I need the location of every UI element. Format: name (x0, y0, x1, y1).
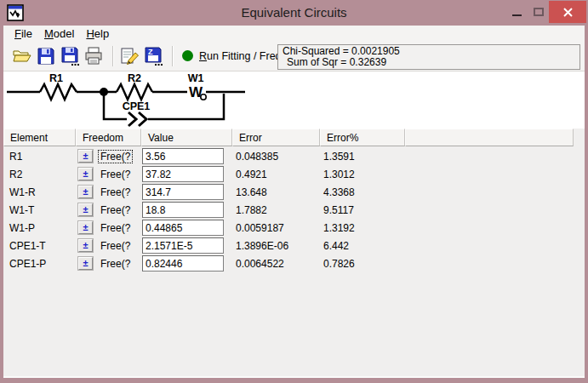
error-value: 13.648 (232, 183, 320, 201)
table-row-r1: R1±Free(?0.0483851.3591 (3, 147, 585, 165)
table-row-w1-t: W1-T±Free(?1.78829.5117 (3, 201, 585, 219)
error-pct-value: 1.3012 (320, 165, 405, 183)
error-pct-value: 4.3368 (320, 183, 405, 201)
menu-bar: FileModelHelp (3, 26, 585, 41)
fit-stats-panel: Chi-Squared = 0.0021905 Sum of Sqr = 0.3… (277, 44, 580, 70)
edit-model-icon (119, 46, 140, 66)
freedom-toggle-button[interactable]: ± (78, 257, 93, 270)
cpe-symbol (128, 112, 146, 126)
menu-item-model[interactable]: Model (38, 27, 80, 40)
close-button[interactable] (549, 1, 586, 23)
element-name: CPE1-T (3, 237, 76, 254)
error-pct-value: 6.442 (320, 237, 405, 254)
label-r1: R1 (49, 72, 63, 84)
save-z-icon: Z (143, 46, 163, 66)
table-row-cpe1-t: CPE1-T±Free(?1.3896E-066.442 (3, 237, 585, 254)
error-value: 0.0064522 (232, 254, 320, 272)
minimize-button[interactable] (505, 0, 528, 23)
freedom-toggle-button[interactable]: ± (78, 239, 93, 252)
open-file-icon (12, 46, 32, 66)
circuit-diagram: W R1 R2 W1 CPE1 (3, 71, 585, 129)
window-title: Equivalent Circuits (0, 5, 588, 20)
freedom-value[interactable]: Free(? (99, 258, 132, 270)
table-header: ElementFreedomValueErrorError% (3, 129, 585, 146)
table-body: R1±Free(?0.0483851.3591R2±Free(?0.49211.… (3, 147, 585, 272)
error-pct-value: 0.7826 (320, 254, 405, 272)
label-r2: R2 (128, 72, 141, 84)
column-header-value[interactable]: Value (141, 129, 232, 146)
error-value: 1.3896E-06 (232, 237, 320, 254)
toolbar-separator (172, 46, 174, 66)
error-pct-value: 1.3192 (320, 219, 405, 237)
freedom-toggle-button[interactable]: ± (78, 221, 93, 234)
label-w1: W1 (188, 72, 204, 84)
window-content: FileModelHelp (3, 26, 585, 376)
print-icon (83, 46, 104, 66)
table-row-r2: R2±Free(?0.49211.3012 (3, 165, 585, 183)
save-as-icon (60, 46, 80, 66)
maximize-button[interactable] (528, 0, 550, 23)
element-name: R1 (3, 147, 76, 165)
freedom-value[interactable]: Free(? (99, 186, 132, 198)
svg-text:Z: Z (148, 47, 153, 55)
error-value: 0.048385 (232, 147, 320, 165)
freedom-toggle-button[interactable]: ± (78, 168, 93, 180)
save-button[interactable] (36, 46, 56, 66)
toolbar-separator (112, 46, 114, 66)
value-input[interactable] (142, 166, 224, 182)
error-value: 0.0059187 (232, 219, 320, 237)
column-header-errorpct[interactable]: Error% (320, 129, 405, 146)
element-name: CPE1-P (3, 254, 76, 272)
circuit-canvas[interactable]: W R1 R2 W1 CPE1 (3, 71, 585, 129)
column-header-freedom[interactable]: Freedom (76, 129, 141, 146)
freedom-toggle-button[interactable]: ± (78, 150, 93, 163)
freedom-value[interactable]: Free(? (99, 204, 132, 216)
value-input[interactable] (142, 220, 224, 236)
freedom-value[interactable]: Free(? (99, 169, 132, 180)
save-icon (36, 46, 56, 66)
value-input[interactable] (142, 237, 224, 254)
sum-of-sqr-text: Sum of Sqr = 0.32639 (283, 57, 579, 68)
table-row-w1-r: W1-R±Free(?13.6484.3368 (3, 183, 585, 201)
resistor-r2 (117, 84, 152, 100)
error-value: 0.4921 (232, 165, 320, 183)
value-input[interactable] (142, 202, 224, 218)
table-row-cpe1-p: CPE1-P±Free(?0.00645220.7826 (3, 254, 585, 272)
run-status-icon (182, 50, 193, 61)
freedom-value[interactable]: Free(? (99, 222, 132, 234)
element-name: R2 (3, 165, 76, 183)
error-value: 1.7882 (232, 201, 320, 219)
column-header-error[interactable]: Error (232, 129, 320, 146)
save-z-button[interactable]: Z (143, 46, 163, 66)
column-header-filler (405, 129, 574, 146)
menu-item-file[interactable]: File (9, 27, 38, 40)
freedom-toggle-button[interactable]: ± (78, 203, 93, 216)
freedom-value[interactable]: Free(? (99, 240, 132, 252)
window-bottom-edge (3, 376, 585, 378)
error-pct-value: 1.3591 (320, 147, 405, 165)
menu-item-help[interactable]: Help (80, 27, 115, 40)
value-input[interactable] (142, 255, 224, 272)
table-row-w1-p: W1-P±Free(?0.00591871.3192 (3, 219, 585, 237)
value-input[interactable] (142, 148, 224, 164)
error-pct-value: 9.5117 (320, 201, 405, 219)
resistor-r1 (40, 84, 77, 100)
value-input[interactable] (142, 184, 224, 200)
print-button[interactable] (83, 46, 104, 66)
edit-model-button[interactable] (119, 46, 140, 66)
freedom-toggle-button[interactable]: ± (78, 186, 93, 198)
equivalent-circuits-window: Equivalent Circuits FileModelHelp (0, 0, 588, 383)
open-file-button[interactable] (12, 46, 32, 66)
column-header-element[interactable]: Element (3, 129, 76, 146)
title-bar: Equivalent Circuits (0, 0, 588, 26)
element-name: W1-R (3, 183, 76, 201)
element-name: W1-P (3, 219, 76, 237)
label-cpe1: CPE1 (123, 100, 151, 112)
circuit-node (100, 88, 108, 96)
close-icon (563, 8, 573, 17)
element-name: W1-T (3, 201, 76, 219)
freedom-value[interactable]: Free(? (99, 151, 132, 163)
save-as-button[interactable] (60, 46, 80, 66)
